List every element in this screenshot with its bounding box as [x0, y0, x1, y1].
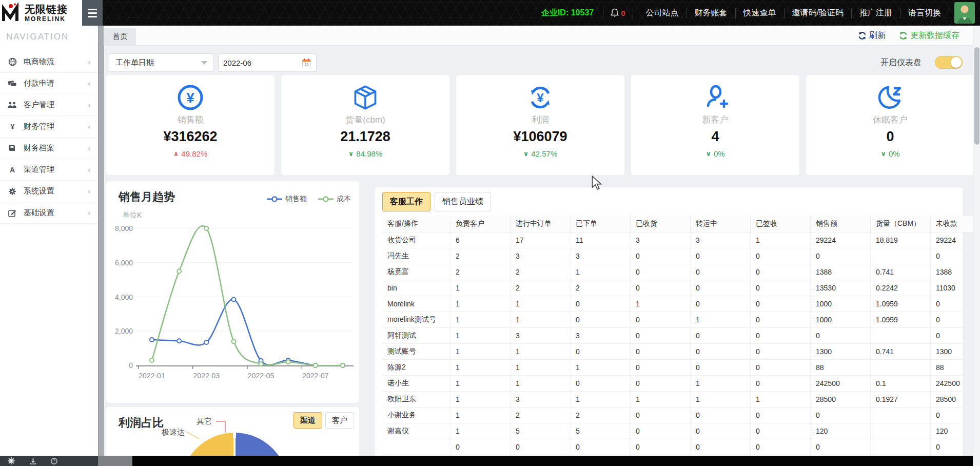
download-icon[interactable] [30, 458, 36, 464]
refresh-button[interactable]: 刷新 [858, 30, 886, 41]
table-cell: 0.2242 [871, 280, 931, 296]
sidebar-item-label: 财务档案 [24, 143, 88, 153]
kpi-card-销售额: ¥销售额¥316262∧49.82% [106, 75, 275, 175]
table-cell: 1 [450, 376, 511, 392]
table-cell: 0 [691, 328, 751, 344]
kpi-value: 0 [886, 129, 894, 145]
svg-text:2022-03: 2022-03 [193, 372, 220, 380]
table-row: 诺小生1100102425000.1242500 [382, 376, 980, 392]
sidebar-item-客户管理[interactable]: 客户管理‹ [0, 94, 98, 116]
pie-button-渠道[interactable]: 渠道 [293, 412, 322, 429]
gear-icon [7, 187, 17, 196]
brand-logo: 无限链接 MORELINK [0, 0, 82, 26]
kpi-delta: ∧49.82% [173, 149, 207, 158]
table-cell: 0 [631, 360, 691, 376]
page-scrollbar[interactable] [973, 26, 980, 466]
table-cell: 2 [450, 264, 511, 280]
table-cell: 0 [631, 264, 691, 280]
sidebar-item-label: 付款申请 [24, 79, 88, 88]
legend-item-成本[interactable]: 成本 [318, 195, 351, 204]
arrow-down-icon: ∨ [880, 150, 886, 158]
table-cell: 0 [751, 407, 811, 423]
table-cell: 1 [751, 232, 811, 248]
gear-icon[interactable] [7, 457, 15, 465]
dashboard-toggle[interactable] [935, 56, 963, 69]
table-cell: 1 [511, 376, 571, 392]
table-cell: 1 [631, 392, 691, 407]
table-cell: 0 [751, 328, 811, 344]
tab-home[interactable]: 首页 [104, 28, 136, 45]
arrow-up-icon: ∧ [173, 150, 179, 158]
sidebar-toggle-button[interactable] [82, 0, 103, 26]
table-cell: 1000 [811, 312, 871, 328]
table-row: 收货公司617113312922418.81929224 [382, 232, 980, 248]
table-cell: 0 [811, 248, 871, 264]
kpi-card-休眠客户: 休眠客户0∨0% [806, 75, 974, 175]
table-cell: 1.0959 [871, 312, 931, 328]
update-cache-button[interactable]: 更新数据缓存 [899, 30, 959, 41]
help-icon[interactable]: ? [51, 458, 57, 464]
sidebar-item-财务档案[interactable]: 财务档案‹ [0, 138, 98, 159]
table-cell: 3 [511, 328, 571, 344]
sidebar-item-基础设置[interactable]: 基础设置‹ [0, 202, 98, 224]
sidebar-item-渠道管理[interactable]: A渠道管理‹ [0, 159, 98, 181]
table-cell: 1 [751, 392, 811, 407]
table-cell: 88 [811, 360, 871, 376]
table-cell: 2 [511, 264, 571, 280]
table-cell: 阿轩测试 [382, 328, 450, 344]
morelink-logo-icon [0, 3, 22, 23]
table-cell: 6 [450, 232, 511, 248]
table-cell: 1 [511, 296, 571, 312]
sales-trend-panel: 销售月趋势 销售额成本 单位K 02,0004,0006,0008,000202… [106, 181, 359, 403]
table-cell: 11 [571, 232, 631, 248]
svg-text:¥: ¥ [537, 91, 544, 105]
header-menu-item-5[interactable]: 语言切换 [900, 8, 949, 18]
date-type-select[interactable]: 工作单日期 [109, 53, 214, 72]
header-nav: 企业ID: 10537 0 公司站点财务账套快速查单邀请码/验证码推广注册语言切… [103, 0, 980, 26]
column-header-转运中: 转运中 [691, 216, 751, 232]
profit-share-panel: 利润占比 渠道客户 其它 极速达 [106, 407, 359, 456]
table-cell: 1 [691, 376, 751, 392]
table-body: 收货公司617113312922418.81929224冯先生23300000杨… [382, 232, 980, 455]
sidebar-item-电商物流[interactable]: 电商物流‹ [0, 51, 98, 73]
table-cell: 0 [691, 280, 751, 296]
user-avatar[interactable] [954, 2, 975, 24]
table-cell: 0 [571, 439, 631, 455]
header-menu-item-2[interactable]: 快速查单 [736, 8, 785, 18]
pie-button-客户[interactable]: 客户 [325, 412, 354, 429]
header-menu-item-0[interactable]: 公司站点 [638, 8, 687, 18]
profit-pie-chart [181, 433, 288, 456]
table-row: 测试账号11000013000.7411300 [382, 344, 980, 360]
month-picker-input[interactable]: 2022-06 15 [218, 53, 317, 72]
legend-item-销售额[interactable]: 销售额 [267, 195, 307, 204]
header-menu-item-4[interactable]: 推广注册 [852, 8, 900, 18]
sidebar-item-系统设置[interactable]: 系统设置‹ [0, 181, 98, 202]
pie-label-other: 其它 [197, 417, 212, 426]
table-row: 阿轩测试13300000 [382, 328, 980, 344]
table-cell: 0 [631, 439, 691, 455]
table-cell: 1300 [811, 344, 871, 360]
table-row: 谢嘉仪155000120120 [382, 423, 980, 439]
kpi-card-货量(cbm): 货量(cbm)21.1728∨84.98% [281, 75, 449, 175]
table-cell: 0 [691, 439, 751, 455]
payment-icon [7, 80, 17, 87]
table-cell [871, 248, 931, 264]
table-cell: 0 [751, 312, 811, 328]
table-cell: Morelink [382, 296, 450, 312]
notifications-bell[interactable]: 0 [603, 6, 633, 20]
table-cell: 1000 [811, 296, 871, 312]
header-menu-item-1[interactable]: 财务账套 [687, 8, 736, 18]
sidebar-item-财务管理[interactable]: ¥财务管理‹ [0, 116, 98, 138]
svg-text:8,000: 8,000 [115, 224, 133, 232]
workbench-tab-销售员业绩[interactable]: 销售员业绩 [435, 192, 491, 211]
workbench-tab-客服工作[interactable]: 客服工作 [382, 192, 430, 211]
kpi-label: 休眠客户 [873, 114, 908, 126]
sidebar-item-付款申请[interactable]: 付款申请‹ [0, 73, 98, 94]
table-row: 欧阳卫东131111285000.192728500 [382, 392, 980, 407]
header-menu-item-3[interactable]: 邀请码/验证码 [785, 8, 852, 18]
table-row: Morelink11010010001.09590 [382, 296, 980, 312]
scrollbar-thumb[interactable] [974, 47, 979, 145]
table-cell: 0 [691, 407, 751, 423]
table-cell: 0 [691, 248, 751, 264]
table-cell: 1.0959 [871, 296, 931, 312]
